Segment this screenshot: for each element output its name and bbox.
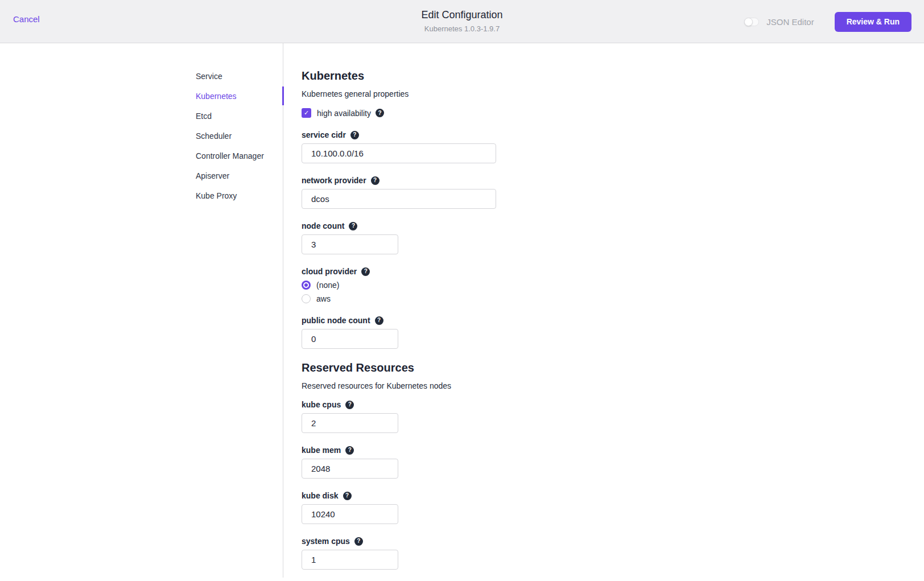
section-description: Kubernetes general properties [302, 89, 654, 98]
review-and-run-button[interactable]: Review & Run [835, 12, 911, 32]
high-availability-row: ✓ high availability ? [302, 108, 654, 118]
field-label-text: kube disk [302, 491, 339, 500]
field-label-text: kube cpus [302, 400, 341, 409]
config-sidebar: Service Kubernetes Etcd Scheduler Contro… [0, 43, 283, 578]
sidebar-item-label: Controller Manager [196, 151, 264, 160]
service-cidr-field: service cidr ? [302, 130, 654, 163]
kube-disk-input[interactable] [302, 504, 398, 524]
header-title-block: Edit Configuration Kubernetes 1.0.3-1.9.… [348, 9, 576, 33]
json-editor-toggle-label: JSON Editor [766, 17, 814, 27]
help-icon[interactable]: ? [361, 267, 370, 276]
sidebar-item-service[interactable]: Service [196, 66, 283, 86]
toggle-knob-icon [744, 18, 753, 26]
radio-option-label: (none) [316, 281, 339, 290]
help-icon[interactable]: ? [371, 176, 380, 185]
sidebar-item-label: Apiserver [196, 171, 229, 180]
header-actions: JSON Editor Review & Run [744, 0, 911, 43]
help-icon[interactable]: ? [376, 109, 384, 117]
kube-cpus-field: kube cpus ? [302, 400, 654, 433]
field-label: kube disk ? [302, 491, 654, 500]
header: Cancel Edit Configuration Kubernetes 1.0… [0, 0, 924, 43]
field-label-text: system cpus [302, 537, 350, 546]
section-description: Reserved resources for Kubernetes nodes [302, 381, 654, 390]
kube-mem-field: kube mem ? [302, 446, 654, 479]
field-label-text: network provider [302, 176, 366, 185]
sidebar-item-kubernetes[interactable]: Kubernetes [196, 86, 283, 106]
node-count-input[interactable] [302, 234, 398, 254]
section-title-kubernetes: Kubernetes [302, 69, 654, 83]
kube-mem-input[interactable] [302, 459, 398, 479]
config-form: Kubernetes Kubernetes general properties… [302, 43, 654, 570]
radio-unselected-icon[interactable] [302, 294, 311, 303]
system-cpus-input[interactable] [302, 550, 398, 570]
public-node-count-input[interactable] [302, 329, 398, 349]
field-label: kube mem ? [302, 446, 654, 455]
sidebar-item-kube-proxy[interactable]: Kube Proxy [196, 186, 283, 205]
package-version-subtitle: Kubernetes 1.0.3-1.9.7 [348, 24, 576, 33]
help-icon[interactable]: ? [354, 537, 363, 546]
service-cidr-input[interactable] [302, 143, 496, 163]
sidebar-item-apiserver[interactable]: Apiserver [196, 166, 283, 186]
field-label: cloud provider ? [302, 267, 654, 276]
field-label: network provider ? [302, 176, 654, 185]
config-nav: Service Kubernetes Etcd Scheduler Contro… [196, 66, 283, 205]
field-label-text: node count [302, 221, 344, 230]
kube-cpus-input[interactable] [302, 413, 398, 433]
active-item-indicator [282, 86, 284, 105]
radio-selected-icon[interactable] [302, 281, 311, 290]
cloud-provider-option-none[interactable]: (none) [302, 281, 654, 290]
field-label-text: public node count [302, 316, 370, 325]
field-label-text: kube mem [302, 446, 341, 455]
help-icon[interactable]: ? [349, 222, 357, 230]
sidebar-item-label: Scheduler [196, 131, 232, 141]
kube-disk-field: kube disk ? [302, 491, 654, 524]
sidebar-item-label: Service [196, 72, 222, 81]
sidebar-item-etcd[interactable]: Etcd [196, 106, 283, 126]
field-label-text: cloud provider [302, 267, 357, 276]
check-icon: ✓ [304, 109, 309, 117]
cancel-button[interactable]: Cancel [13, 14, 40, 24]
help-icon[interactable]: ? [343, 492, 352, 500]
help-icon[interactable]: ? [375, 316, 383, 325]
high-availability-label: high availability [317, 109, 371, 118]
field-label-text: service cidr [302, 130, 346, 139]
radio-option-label: aws [316, 294, 331, 303]
sidebar-item-label: Kubernetes [196, 92, 237, 101]
help-icon[interactable]: ? [345, 446, 354, 455]
public-node-count-field: public node count ? [302, 316, 654, 349]
sidebar-item-label: Kube Proxy [196, 191, 237, 200]
sidebar-item-controller-manager[interactable]: Controller Manager [196, 146, 283, 166]
network-provider-field: network provider ? [302, 176, 654, 209]
field-label: system cpus ? [302, 537, 654, 546]
field-label: service cidr ? [302, 130, 654, 139]
page-title: Edit Configuration [348, 9, 576, 21]
system-cpus-field: system cpus ? [302, 537, 654, 570]
cloud-provider-field: cloud provider ? (none) aws [302, 267, 654, 303]
sidebar-item-scheduler[interactable]: Scheduler [196, 126, 283, 146]
cloud-provider-option-aws[interactable]: aws [302, 294, 654, 303]
edit-configuration-modal: Cancel Edit Configuration Kubernetes 1.0… [0, 0, 924, 581]
field-label: kube cpus ? [302, 400, 654, 409]
section-title-reserved-resources: Reserved Resources [302, 361, 654, 374]
node-count-field: node count ? [302, 221, 654, 254]
field-label: public node count ? [302, 316, 654, 325]
network-provider-input[interactable] [302, 189, 496, 209]
field-label: node count ? [302, 221, 654, 230]
help-icon[interactable]: ? [345, 401, 354, 409]
sidebar-item-label: Etcd [196, 112, 212, 121]
high-availability-checkbox[interactable]: ✓ [302, 108, 311, 118]
json-editor-toggle[interactable] [744, 18, 759, 26]
help-icon[interactable]: ? [350, 131, 359, 139]
